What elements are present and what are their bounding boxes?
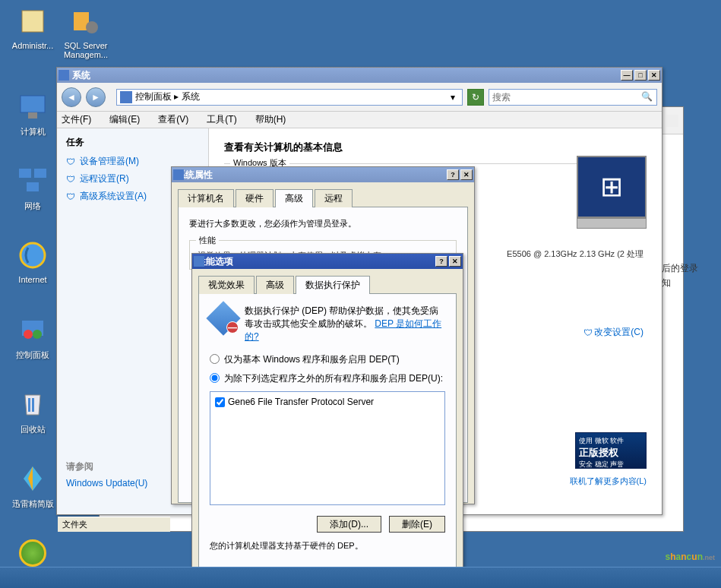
shield-icon: 🛡 — [66, 191, 77, 202]
dep-description: 数据执行保护 (DEP) 帮助保护数据，使其免受病毒攻击或其他安全威胁的破坏。 … — [245, 305, 445, 343]
desktop-icon-5[interactable]: 控制面板 — [6, 311, 59, 361]
desktop-icon-0[interactable]: Administr... — [6, 3, 59, 50]
perf-tab-1[interactable]: 高级 — [256, 276, 294, 294]
desktop-icon-2[interactable]: 计算机 — [6, 88, 59, 138]
search-input[interactable] — [492, 92, 641, 103]
desktop-icon-label: Internet — [6, 275, 59, 284]
shield-icon: 🛡 — [66, 174, 77, 185]
svg-rect-6 — [34, 169, 46, 178]
see-also-heading: 请参阅 — [66, 460, 147, 473]
breadcrumb[interactable]: 控制面板 ▸ 系统 ▾ — [116, 89, 463, 106]
svg-point-2 — [86, 21, 98, 33]
svg-point-8 — [21, 243, 45, 267]
breadcrumb-icon — [120, 91, 132, 103]
menu-item[interactable]: 文件(F) — [62, 113, 91, 126]
nav-back-button[interactable]: ◄ — [62, 87, 81, 107]
props-title: 系统属性 — [173, 169, 447, 182]
svg-rect-13 — [32, 398, 34, 412]
props-tabs: 计算机名硬件高级远程 — [178, 188, 468, 207]
desktop-icon-image — [14, 237, 51, 273]
add-button[interactable]: 添加(D)... — [317, 516, 381, 533]
desktop-icon-label: 计算机 — [6, 126, 59, 138]
hardware-dep-note: 您的计算机处理器支持基于硬件的 DEP。 — [210, 540, 445, 552]
system-title: 系统 — [59, 69, 621, 82]
nav-forward-button[interactable]: ► — [86, 87, 106, 107]
close-button[interactable]: ✕ — [648, 70, 660, 81]
desktop-icon-image — [14, 386, 51, 422]
menubar: 文件(F)编辑(E)查看(V)工具(T)帮助(H) — [57, 112, 662, 128]
change-settings-link[interactable]: 🛡改变设置(C) — [583, 326, 644, 339]
desktop-icon-1[interactable]: SQL Server Managem... — [59, 3, 112, 59]
desktop-icon-label: 回收站 — [6, 424, 59, 435]
dep-exception-list[interactable]: Gene6 File Transfer Protocol Server — [210, 391, 445, 505]
list-checkbox[interactable] — [215, 397, 225, 407]
search-icon[interactable]: 🔍 — [641, 91, 653, 103]
desktop-icon-label: 网络 — [6, 201, 59, 212]
computer-image: ⊞ — [577, 156, 647, 218]
minimize-button[interactable]: — — [621, 70, 633, 81]
menu-item[interactable]: 帮助(H) — [255, 113, 286, 126]
svg-point-11 — [33, 330, 42, 339]
svg-rect-4 — [28, 112, 37, 119]
remove-button[interactable]: 删除(E) — [389, 516, 445, 533]
desktop-icon-label: SQL Server Managem... — [59, 41, 112, 59]
watermark: shancun.net — [666, 548, 715, 564]
svg-rect-5 — [19, 169, 31, 178]
system-titlebar[interactable]: 系统 — □ ✕ — [57, 68, 662, 83]
taskbar[interactable] — [0, 567, 721, 588]
desktop-icon-label: 控制面板 — [6, 349, 59, 361]
menu-item[interactable]: 查看(V) — [158, 113, 188, 126]
learn-more-link[interactable]: 联机了解更多内容(L) — [570, 476, 647, 487]
svg-rect-3 — [21, 96, 45, 112]
admin-note: 要进行大多数更改，您必须作为管理员登录。 — [189, 218, 457, 229]
perf-tab-0[interactable]: 视觉效果 — [198, 276, 255, 294]
desktop-icon-image — [14, 163, 51, 199]
desktop-icon-3[interactable]: 网络 — [6, 163, 59, 212]
svg-point-10 — [24, 330, 33, 339]
dep-icon: — — [210, 305, 237, 332]
perf-help-button[interactable]: ? — [435, 256, 447, 267]
shield-icon: 🛡 — [66, 156, 77, 167]
perf-tab-2[interactable]: 数据执行保护 — [296, 276, 370, 294]
cpu-info: E5506 @ 2.13GHz 2.13 GHz (2 处理 — [507, 248, 644, 260]
desktop-icon-image — [68, 3, 104, 40]
props-close-button[interactable]: ✕ — [460, 169, 473, 180]
dep-radio-all-except[interactable]: 为除下列选定程序之外的所有程序和服务启用 DEP(U): — [210, 372, 445, 385]
svg-rect-7 — [27, 182, 39, 191]
desktop-icon-image — [14, 3, 51, 40]
perf-title: 性能选项 — [194, 255, 435, 268]
windows-update-link[interactable]: Windows Update(U) — [66, 478, 147, 488]
desktop-icon-4[interactable]: Internet — [6, 237, 59, 284]
windows-flag-icon: ⊞ — [600, 171, 623, 203]
tasks-heading: 任务 — [66, 136, 199, 149]
folder-status-bar: 文件夹 — [58, 517, 170, 532]
main-heading: 查看有关计算机的基本信息 — [224, 141, 647, 154]
refresh-button[interactable]: ↻ — [467, 89, 484, 106]
partial-text: 后的登录 知 — [662, 261, 698, 290]
menu-item[interactable]: 编辑(E) — [109, 113, 140, 126]
maximize-button[interactable]: □ — [634, 70, 647, 81]
tab-0[interactable]: 计算机名 — [178, 189, 234, 207]
desktop-icon-image — [14, 88, 51, 125]
list-item[interactable]: Gene6 File Transfer Protocol Server — [213, 395, 441, 409]
search-box[interactable]: 🔍 — [489, 89, 657, 106]
svg-rect-0 — [22, 11, 43, 32]
desktop-icon-label: 迅雷精简版 — [6, 498, 59, 510]
tab-2[interactable]: 高级 — [275, 189, 313, 207]
genuine-badge: 使用 微软 软件 正版授权 安全 稳定 声誉 — [575, 432, 647, 469]
svg-rect-12 — [28, 398, 30, 412]
chevron-down-icon[interactable]: ▾ — [447, 92, 459, 103]
desktop-icon-image — [14, 311, 51, 348]
tab-1[interactable]: 硬件 — [236, 189, 274, 207]
desktop-icon-6[interactable]: 回收站 — [6, 386, 59, 435]
dep-radio-essential[interactable]: 仅为基本 Windows 程序和服务启用 DEP(T) — [210, 353, 445, 366]
desktop-icon-label: Administr... — [6, 41, 59, 50]
props-help-button[interactable]: ? — [447, 169, 459, 180]
tab-3[interactable]: 远程 — [315, 189, 353, 207]
perf-close-button[interactable]: ✕ — [449, 256, 461, 267]
desktop-icon-image — [14, 460, 51, 497]
menu-item[interactable]: 工具(T) — [207, 113, 236, 126]
desktop-icon-7[interactable]: 迅雷精简版 — [6, 460, 59, 510]
system-toolbar: ◄ ► 控制面板 ▸ 系统 ▾ ↻ 🔍 — [57, 83, 662, 112]
perf-tabs: 视觉效果高级数据执行保护 — [198, 275, 457, 293]
